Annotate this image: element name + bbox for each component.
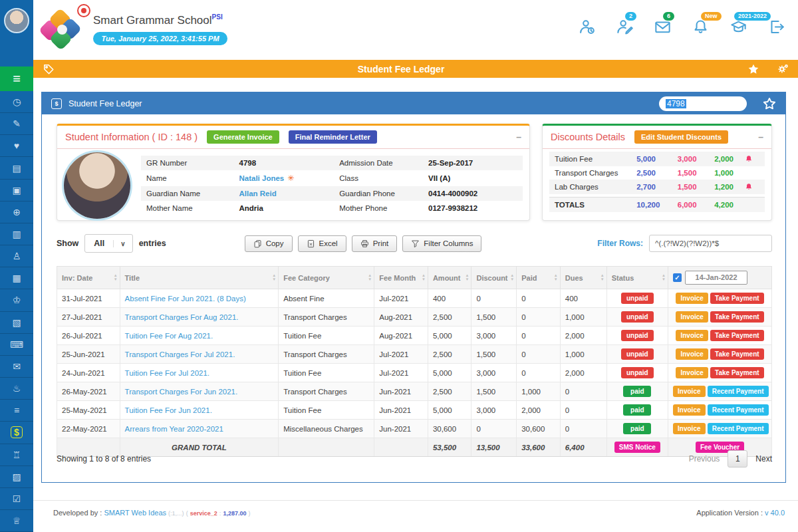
sidebar-nav: ◷ ✎ ♥ ▤ ▣ ⊕ ▥ ♙ ▦ ♔ ▧ ⌨ ✉ ♨ ≡ $ ♖ ▨ ☑ ♕ (0, 91, 33, 532)
fee-title-link[interactable]: Absent Fine For Jun 2021. (8 Days) (125, 295, 246, 303)
take-payment-button[interactable]: Take Payment (710, 367, 764, 378)
sidebar-item-birthday[interactable]: ♨ (0, 378, 33, 400)
excel-button[interactable]: Excel (298, 235, 346, 252)
fee-title-link[interactable]: Tuition Fee For Aug 2021. (125, 332, 213, 340)
sidebar-item-globe[interactable]: ⊕ (0, 201, 33, 223)
copy-button[interactable]: Copy (245, 235, 293, 252)
panel-star-icon[interactable] (763, 97, 776, 110)
alert-bell-icon[interactable] (745, 182, 753, 192)
sidebar-item-teacher[interactable]: ♔ (0, 289, 33, 311)
filter-columns-button[interactable]: Filter Columns (402, 235, 481, 252)
col-paid[interactable]: Paid▲▼ (517, 267, 561, 289)
sort-icon[interactable]: ▲▼ (114, 273, 118, 282)
sidebar-item-dashboard[interactable]: ◷ (0, 91, 33, 113)
col-inv-date[interactable]: Inv: Date▲▼ (57, 267, 120, 289)
sidebar-item-id-card[interactable]: ▣ (0, 180, 33, 201)
sort-icon[interactable]: ▲▼ (422, 273, 426, 282)
favorite-star-icon[interactable] (747, 63, 759, 75)
invoice-button[interactable]: Invoice (673, 404, 705, 416)
settings-gears-icon[interactable] (777, 63, 789, 75)
date-filter-input[interactable]: 14-Jan-2022 (685, 271, 747, 285)
sort-icon[interactable]: ▲▼ (662, 273, 666, 282)
guardian-name-link[interactable]: Allan Reid (239, 190, 340, 198)
recent-payment-button[interactable]: Recent Payment (708, 404, 769, 416)
current-page-button[interactable]: 1 (728, 450, 747, 467)
fee-title-link[interactable]: Tuition Fee For Jul 2021. (125, 369, 209, 377)
sidebar-item-library[interactable]: ≡ (0, 400, 33, 422)
user-clock-icon[interactable] (579, 19, 595, 35)
invoice-button[interactable]: Invoice (673, 423, 705, 434)
alert-bell-icon[interactable] (745, 154, 753, 164)
logout-button[interactable] (768, 19, 785, 35)
sort-icon[interactable]: ▲▼ (368, 273, 372, 282)
menu-toggle-button[interactable]: ≡ (0, 66, 33, 91)
sidebar-item-fee-ledger[interactable]: $ (0, 422, 33, 444)
invoice-button[interactable]: Invoice (676, 330, 708, 341)
fee-title-link[interactable]: Transport Charges For Aug 2021. (125, 313, 239, 321)
sidebar-item-tasks[interactable]: ☑ (0, 488, 33, 510)
student-info-card: Student Information ( ID : 148 ) Generat… (57, 124, 530, 221)
col-fee-month[interactable]: Fee Month▲▼ (374, 267, 428, 289)
invoice-button[interactable]: Invoice (676, 293, 708, 304)
recent-payment-button[interactable]: Recent Payment (708, 386, 769, 397)
sidebar-item-classroom[interactable]: ⌨ (0, 334, 33, 356)
sidebar-item-certificate[interactable]: ▨ (0, 466, 33, 488)
invoice-button[interactable]: Invoice (676, 348, 708, 360)
sort-icon[interactable]: ▲▼ (554, 273, 558, 282)
collapse-icon[interactable]: – (516, 132, 521, 142)
take-payment-button[interactable]: Take Payment (710, 293, 764, 304)
date-filter-checkbox[interactable]: ✓ (673, 273, 682, 282)
col-dues[interactable]: Dues▲▼ (560, 267, 606, 289)
invoice-button[interactable]: Invoice (676, 311, 708, 323)
version-value[interactable]: v 40.0 (765, 509, 785, 517)
final-reminder-button[interactable]: Final Reminder Letter (289, 130, 377, 144)
sidebar-item-mail[interactable]: ✉ (0, 356, 33, 378)
student-search-input[interactable]: 4798 (659, 96, 747, 111)
invoice-button[interactable]: Invoice (673, 386, 705, 397)
print-button[interactable]: Print (352, 235, 398, 252)
sort-icon[interactable]: ▲▼ (600, 273, 604, 282)
sidebar-item-student[interactable]: ♙ (0, 245, 33, 267)
sidebar-item-fee-card[interactable]: ▤ (0, 157, 33, 179)
tasks-icon: ☑ (13, 493, 21, 504)
take-payment-button[interactable]: Take Payment (710, 311, 764, 323)
col-status[interactable]: Status▲▼ (606, 267, 668, 289)
col-amount[interactable]: Amount▲▼ (428, 267, 471, 289)
filter-rows-input[interactable] (649, 235, 772, 252)
collapse-icon[interactable]: – (758, 132, 763, 142)
student-name-link[interactable]: Natali Jones (239, 174, 285, 182)
fee-title-link[interactable]: Arrears from Year 2020-2021 (125, 425, 223, 433)
col-fee-category[interactable]: Fee Category▲▼ (279, 267, 374, 289)
sort-icon[interactable]: ▲▼ (272, 273, 276, 282)
sidebar-item-gallery[interactable]: ▧ (0, 312, 33, 334)
student-edit-shortcut[interactable]: 2 (616, 19, 633, 35)
sidebar-item-graduation[interactable]: ♕ (0, 510, 33, 532)
messages-shortcut[interactable]: 6 (654, 19, 671, 35)
session-shortcut[interactable]: 2021-2022 (730, 19, 747, 35)
sort-icon[interactable]: ▲▼ (510, 273, 514, 282)
generate-invoice-button[interactable]: Generate Invoice (207, 130, 279, 144)
take-payment-button[interactable]: Take Payment (710, 348, 764, 360)
fee-title-link[interactable]: Transport Charges For Jun 2021. (125, 388, 238, 396)
sidebar-item-calendar[interactable]: ▦ (0, 267, 33, 289)
developer-link[interactable]: SMART Web Ideas (104, 509, 166, 517)
take-payment-button[interactable]: Take Payment (710, 330, 764, 341)
next-page-button[interactable]: Next (755, 454, 772, 464)
col-title[interactable]: Title▲▼ (120, 267, 279, 289)
sidebar-item-health[interactable]: ♥ (0, 135, 33, 157)
entries-select[interactable]: All ∨ (84, 234, 132, 253)
col-discount[interactable]: Discount▲▼ (471, 267, 517, 289)
invoice-button[interactable]: Invoice (676, 367, 708, 378)
sort-icon[interactable]: ▲▼ (466, 273, 469, 282)
user-avatar[interactable] (4, 8, 29, 33)
notifications-shortcut[interactable]: New (692, 19, 709, 35)
fee-title-link[interactable]: Tuition Fee For Jun 2021. (125, 406, 212, 414)
recent-payment-button[interactable]: Recent Payment (708, 423, 769, 434)
fee-title-link[interactable]: Transport Charges For Jul 2021. (125, 350, 235, 358)
previous-page-button[interactable]: Previous (689, 454, 720, 464)
sidebar-item-student-edit[interactable]: ✎ (0, 113, 33, 135)
sidebar-item-staff[interactable]: ♖ (0, 444, 33, 466)
sidebar-item-clipboard[interactable]: ▥ (0, 223, 33, 245)
tag-icon[interactable] (43, 63, 55, 75)
edit-discounts-button[interactable]: Edit Student Discounts (634, 130, 728, 144)
